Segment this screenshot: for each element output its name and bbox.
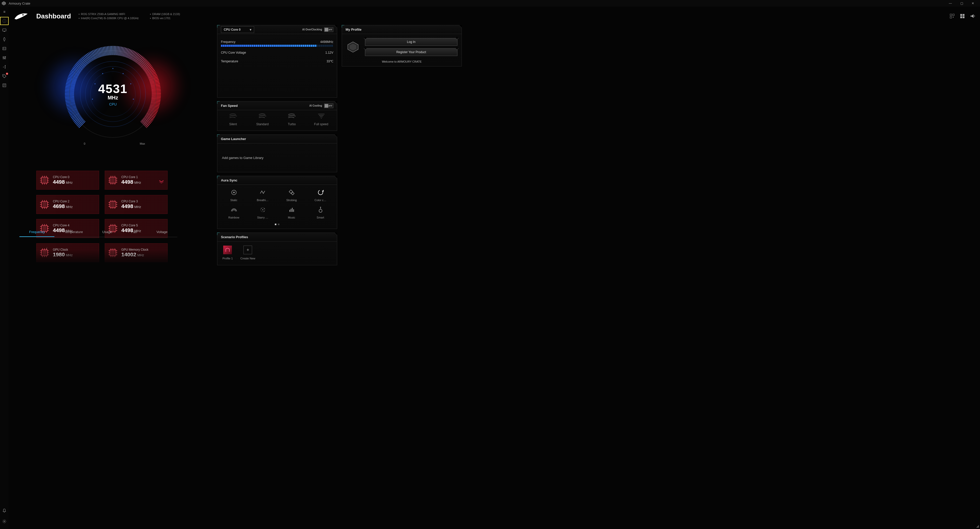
volt-value: 1.12V: [325, 51, 333, 54]
sidebar-item-tuning[interactable]: [0, 54, 9, 62]
svg-point-202: [319, 209, 322, 212]
tab-voltage[interactable]: Voltage: [146, 228, 177, 237]
megaphone-icon[interactable]: [970, 13, 975, 19]
svg-point-194: [262, 209, 263, 210]
svg-rect-26: [963, 14, 964, 16]
fan-mode-full-speed[interactable]: Full speed: [311, 113, 331, 126]
cpu-core-select[interactable]: CPU Core 0▾: [221, 26, 254, 33]
gauge-max-label: Max: [140, 142, 145, 145]
axis-tick: |: [46, 247, 47, 250]
close-button[interactable]: ✕: [967, 0, 978, 6]
aura-effect-icon: [259, 189, 266, 196]
fan-title: Fan Speed: [221, 104, 238, 108]
svg-rect-21: [950, 14, 951, 16]
wind-icon: [317, 113, 326, 120]
svg-rect-5: [4, 32, 5, 32]
scenario-profile-1[interactable]: Profile 1: [223, 245, 233, 260]
game-launcher-card: Game Launcher Add games to Game Library: [217, 134, 337, 172]
sidebar-menu-toggle[interactable]: ≡: [0, 8, 9, 16]
ai-oc-toggle[interactable]: OFF: [324, 27, 333, 32]
aura-title: Aura Sync: [221, 178, 237, 182]
svg-point-12: [4, 58, 5, 59]
aura-icon: [2, 37, 6, 41]
sidebar-item-dashboard[interactable]: [0, 17, 9, 25]
monitor-icon: [2, 28, 6, 32]
core-name: CPU Core 0: [53, 175, 73, 179]
core-name: CPU Core 4: [53, 224, 73, 227]
info-bios: BIOS ver.1701: [150, 16, 180, 21]
sidebar-item-deals[interactable]: N: [0, 72, 9, 80]
freq-value: 4498MHz: [320, 40, 333, 44]
resize-grip[interactable]: ◢: [976, 524, 979, 528]
ai-cool-toggle[interactable]: OFF: [324, 104, 333, 108]
scenario-create-new[interactable]: + Create New: [240, 245, 255, 260]
aura-effect-music[interactable]: Music: [277, 206, 306, 219]
ai-oc-label: AI OverClocking: [302, 28, 322, 31]
svg-point-14: [3, 75, 4, 76]
scroll-down-icon[interactable]: [159, 180, 164, 185]
wind-icon: [287, 113, 296, 120]
aura-effect-icon: [288, 189, 295, 196]
aura-effect-strobing[interactable]: Strobing: [277, 189, 306, 202]
aura-card: Aura Sync StaticBreathi…StrobingColor c……: [217, 176, 337, 229]
core-tile[interactable]: CPU Core 34498MHz: [105, 195, 167, 214]
header: Dashboard ROG STRIX Z590-A GAMING WIFI I…: [13, 8, 975, 24]
core-tile[interactable]: CPU Core 14498MHz: [105, 171, 167, 190]
info-cpu: Intel(R) Core(TM) i5-10600K CPU @ 4.10GH…: [79, 16, 139, 21]
metric-tabs: FrequencyTemperatureUsageFanVoltage: [19, 228, 177, 237]
sidebar-item-gamevisual[interactable]: [0, 45, 9, 53]
gauge-source: CPU: [109, 102, 117, 106]
login-button[interactable]: Log In: [365, 38, 457, 46]
aura-pager[interactable]: [217, 221, 337, 229]
sidebar-item-notifications[interactable]: [0, 507, 9, 515]
grid-icon[interactable]: [959, 13, 965, 19]
chip-icon: [40, 199, 49, 209]
svg-point-189: [233, 192, 235, 193]
aura-effect-starry-night[interactable]: Starry …: [248, 206, 277, 219]
core-tile[interactable]: GPU Memory Clock14002MHz: [105, 243, 167, 262]
bell-icon: [2, 508, 6, 513]
aura-effect-smart[interactable]: Smart: [306, 206, 335, 219]
aura-effect-icon: [317, 189, 324, 196]
aura-effect-icon: [231, 206, 237, 214]
tab-usage[interactable]: Usage: [92, 228, 122, 237]
scenario-card: Scenario Profiles Profile 1 + Create New: [217, 233, 337, 265]
qr-icon[interactable]: [949, 13, 955, 19]
gauge: 4531 MHz CPU 0 Max: [13, 25, 213, 163]
fan-mode-standard[interactable]: Standard: [252, 113, 273, 126]
svg-rect-198: [290, 210, 290, 212]
core-tile[interactable]: CPU Core 24698MHz: [36, 195, 99, 214]
core-tiles[interactable]: CPU Core 04498MHzCPU Core 14498MHzCPU Co…: [13, 171, 213, 265]
tab-frequency[interactable]: Frequency: [19, 228, 54, 237]
core-value: 4698MHz: [53, 203, 73, 209]
chip-icon: [108, 175, 118, 185]
sidebar-item-tools[interactable]: [0, 63, 9, 71]
fan-mode-silent[interactable]: Silent: [223, 113, 243, 126]
tab-fan[interactable]: Fan: [122, 228, 146, 237]
profile-title: My Profile: [345, 28, 361, 32]
page-title: Dashboard: [36, 12, 71, 20]
gl-empty[interactable]: Add games to Game Library: [217, 143, 337, 172]
maximize-button[interactable]: ▢: [956, 0, 967, 6]
temp-label: Temperature: [221, 59, 238, 63]
info-mobo: ROG STRIX Z590-A GAMING WIFI: [79, 12, 139, 16]
sidebar-item-aura[interactable]: [0, 35, 9, 43]
sidebar-item-settings[interactable]: [0, 517, 9, 526]
svg-point-19: [4, 521, 5, 522]
core-tile[interactable]: CPU Core 04498MHz: [36, 171, 99, 190]
minimize-button[interactable]: —: [945, 0, 956, 6]
news-icon: [2, 83, 6, 88]
tab-temperature[interactable]: Temperature: [54, 228, 92, 237]
profile-card: My Profile Log In Register Your Product …: [342, 25, 462, 67]
core-tile[interactable]: GPU Clock1980MHz: [36, 243, 99, 262]
svg-point-11: [3, 57, 3, 57]
aura-effect-breathing[interactable]: Breathi…: [248, 189, 277, 202]
fan-mode-turbo[interactable]: Turbo: [282, 113, 302, 126]
aura-effect-static[interactable]: Static: [220, 189, 248, 202]
sidebar-item-content[interactable]: [0, 81, 9, 89]
sidebar-item-device[interactable]: [0, 26, 9, 34]
register-button[interactable]: Register Your Product: [365, 48, 457, 56]
aura-effect-color-cycle[interactable]: Color c…: [306, 189, 335, 202]
aura-effect-rainbow[interactable]: Rainbow: [220, 206, 248, 219]
core-value: 4498MHz: [121, 203, 141, 209]
